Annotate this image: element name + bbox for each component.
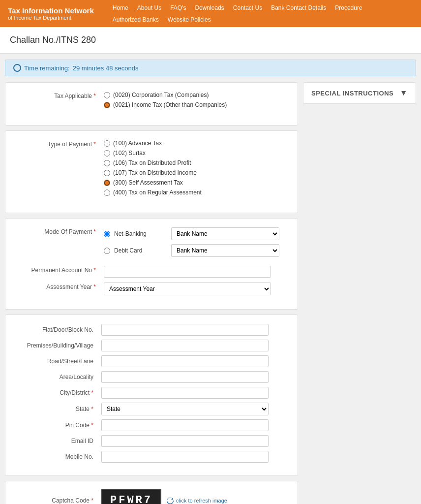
debit-card-row: Debit Card Bank Name <box>104 244 288 257</box>
tax-option-0020-label: (0020) Corporation Tax (Companies) <box>113 92 209 98</box>
flat-input[interactable] <box>101 324 269 336</box>
tax-applicable-controls: (0020) Corporation Tax (Companies) (0021… <box>104 92 288 111</box>
nav-item-home[interactable]: Home <box>109 2 132 13</box>
city-input[interactable] <box>101 387 269 399</box>
flat-row: Flat/Door/Block No. <box>15 324 288 336</box>
tax-radio-0020[interactable] <box>104 92 110 98</box>
area-row: Area/Locality <box>15 371 288 383</box>
tax-applicable-section: Tax Applicable * (0020) Corporation Tax … <box>5 82 298 126</box>
premises-row: Premises/Building/Village <box>15 340 288 351</box>
required-star-state: * <box>91 406 93 412</box>
required-star-mode: * <box>93 228 96 235</box>
road-input[interactable] <box>101 355 269 367</box>
city-row: City/District * <box>15 387 288 399</box>
tax-applicable-label: Tax Applicable * <box>15 92 104 99</box>
address-section: Flat/Door/Block No. Premises/Building/Vi… <box>5 315 298 476</box>
required-star-payment: * <box>93 141 96 148</box>
mobile-input[interactable] <box>101 451 269 463</box>
nav-item-about-us[interactable]: About Us <box>133 2 165 13</box>
radio-107[interactable] <box>104 170 110 176</box>
nav-item-downloads[interactable]: Downloads <box>191 2 228 13</box>
nav-item-authorized-banks[interactable]: Authorized Banks <box>109 14 163 25</box>
mode-of-payment-controls: Net-Banking Bank Name Debit Card Bank Na… <box>104 227 288 261</box>
radio-debit-card[interactable] <box>104 248 110 254</box>
radio-106[interactable] <box>104 160 110 166</box>
radio-400[interactable] <box>104 189 110 196</box>
payment-106[interactable]: (106) Tax on Distributed Profit <box>104 159 288 166</box>
mobile-label: Mobile No. <box>15 453 101 460</box>
payment-100[interactable]: (100) Advance Tax <box>104 140 288 147</box>
flat-label: Flat/Door/Block No. <box>15 326 101 333</box>
required-star-captcha: * <box>91 497 93 504</box>
nav-item-contact-us[interactable]: Contact Us <box>229 2 266 13</box>
required-star-city: * <box>91 389 93 396</box>
state-label: State * <box>15 406 101 412</box>
state-select[interactable]: State <box>101 403 269 415</box>
payment-107[interactable]: (107) Tax on Distributed Income <box>104 169 288 176</box>
special-instructions-panel: SPECIAL INSTRUCTIONS ▼ <box>303 82 416 104</box>
tax-radio-0021[interactable] <box>104 102 110 108</box>
radio-net-banking[interactable] <box>104 231 110 237</box>
refresh-captcha-button[interactable]: click to refresh image <box>166 497 227 504</box>
captcha-label: Captcha Code * <box>15 497 101 504</box>
area-input[interactable] <box>101 371 269 383</box>
site-logo: Tax Information Network of Income Tax De… <box>8 6 94 21</box>
payment-300[interactable]: (300) Self Assessment Tax <box>104 179 288 186</box>
pan-label: Permanent Account No * <box>15 266 104 274</box>
radio-102[interactable] <box>104 150 110 157</box>
required-star-pin: * <box>91 422 93 429</box>
tax-option-0021[interactable]: (0021) Income Tax (Other than Companies) <box>104 101 288 108</box>
timer-label: Time remaining: <box>24 64 70 72</box>
radio-100[interactable] <box>104 140 110 147</box>
tax-option-0021-label: (0021) Income Tax (Other than Companies) <box>113 101 227 108</box>
captcha-image: PFWR7 <box>101 489 161 504</box>
nav-item-website-policies[interactable]: Website Policies <box>164 14 215 25</box>
state-row: State * State <box>15 403 288 415</box>
road-label: Road/Street/Lane <box>15 358 101 365</box>
sidebar: SPECIAL INSTRUCTIONS ▼ <box>303 82 416 504</box>
nav-item-bank-contact-details[interactable]: Bank Contact Details <box>267 2 330 13</box>
assessment-year-label: Assessment Year * <box>15 283 104 290</box>
area-label: Area/Locality <box>15 374 101 380</box>
mode-of-payment-label: Mode Of Payment * <box>15 227 104 235</box>
type-of-payment-controls: (100) Advance Tax (102) Surtax (106) Tax… <box>104 140 288 199</box>
main-nav: HomeAbout UsFAQ'sDownloadsContact UsBank… <box>109 2 413 25</box>
timer-value: 29 minutes 48 seconds <box>73 64 139 72</box>
debit-card-bank-select[interactable]: Bank Name <box>171 244 279 257</box>
timer-icon <box>13 64 21 72</box>
tax-option-0020[interactable]: (0020) Corporation Tax (Companies) <box>104 92 288 98</box>
city-label: City/District * <box>15 389 101 396</box>
pan-input[interactable] <box>104 266 271 278</box>
required-star-ay: * <box>93 284 96 290</box>
nav-item-faq-s[interactable]: FAQ's <box>166 2 190 13</box>
required-star-pan: * <box>93 267 96 274</box>
mobile-row: Mobile No. <box>15 451 288 463</box>
special-instructions-header[interactable]: SPECIAL INSTRUCTIONS ▼ <box>303 83 416 103</box>
nav-item-procedure[interactable]: Procedure <box>331 2 366 13</box>
premises-label: Premises/Building/Village <box>15 342 101 349</box>
pincode-input[interactable] <box>101 419 269 431</box>
email-input[interactable] <box>101 435 269 447</box>
pan-row: Permanent Account No * <box>15 266 288 278</box>
required-star: * <box>93 93 96 99</box>
email-label: Email ID <box>15 438 101 444</box>
header: Tax Information Network of Income Tax De… <box>0 0 421 27</box>
assessment-year-controls: Assessment Year <box>104 283 288 295</box>
email-row: Email ID <box>15 435 288 447</box>
assessment-year-row: Assessment Year * Assessment Year <box>15 283 288 295</box>
assessment-year-select[interactable]: Assessment Year <box>104 283 271 295</box>
type-of-payment-label: Type of Payment * <box>15 140 104 148</box>
chevron-down-icon: ▼ <box>400 89 408 97</box>
payment-102[interactable]: (102) Surtax <box>104 150 288 157</box>
tax-applicable-row: Tax Applicable * (0020) Corporation Tax … <box>15 92 288 111</box>
pan-controls <box>104 266 288 278</box>
debit-card-label: Debit Card <box>114 247 163 254</box>
premises-input[interactable] <box>101 340 269 351</box>
timer-bar: Time remaining: 29 minutes 48 seconds <box>5 60 416 76</box>
net-banking-label: Net-Banking <box>114 230 163 237</box>
page-title: Challan No./ITNS 280 <box>10 35 411 45</box>
type-of-payment-section: Type of Payment * (100) Advance Tax (102… <box>5 130 298 213</box>
payment-400[interactable]: (400) Tax on Regular Assessment <box>104 189 288 196</box>
net-banking-bank-select[interactable]: Bank Name <box>171 227 279 240</box>
radio-300[interactable] <box>104 180 110 186</box>
